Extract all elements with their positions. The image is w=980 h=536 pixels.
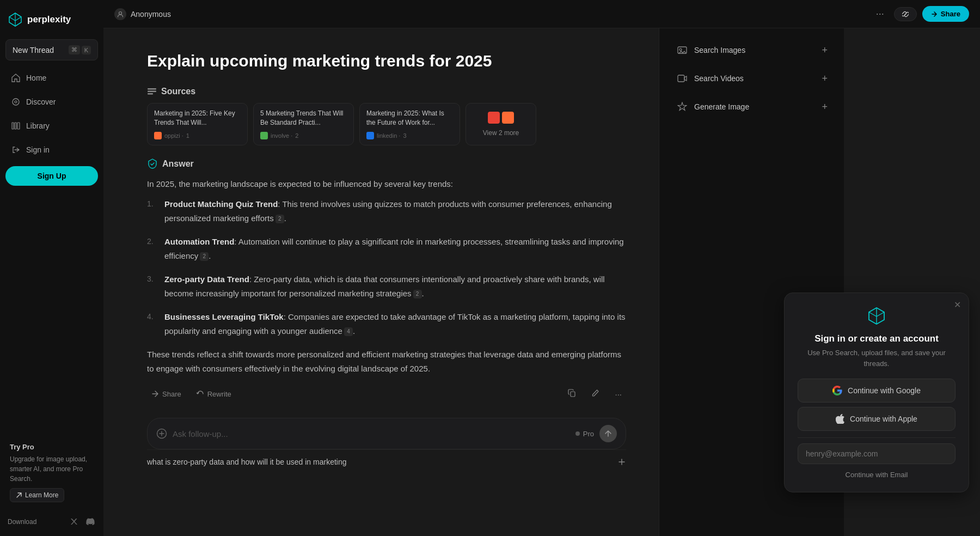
list-item-1: 1. Product Matching Quiz Trend: This tre…: [147, 197, 626, 225]
rewrite-button[interactable]: Rewrite: [192, 387, 236, 401]
continue-google-button[interactable]: Continue with Google: [798, 379, 955, 403]
citation-4[interactable]: 4: [344, 327, 353, 336]
download-label[interactable]: Download: [8, 518, 36, 526]
source-card-1[interactable]: Marketing in 2025: Five Key Trends That …: [147, 103, 248, 145]
copy-button[interactable]: [564, 386, 580, 401]
svg-rect-13: [678, 75, 684, 82]
link-icon: [902, 11, 909, 17]
continue-email-button[interactable]: Continue with Email: [798, 468, 955, 481]
source-card-3[interactable]: Marketing in 2025: What Is the Future of…: [359, 103, 460, 145]
plus-circle-icon: [156, 428, 167, 439]
search-videos-icon: [676, 72, 689, 85]
svg-point-12: [679, 48, 682, 51]
svg-rect-7: [148, 91, 156, 93]
list-content-1: Product Matching Quiz Trend: This trend …: [164, 197, 626, 225]
copy-icon: [568, 389, 576, 397]
answer-actions: Share Rewrite ···: [147, 386, 626, 401]
link-button[interactable]: [894, 7, 917, 21]
sidebar-item-library[interactable]: Library: [5, 116, 98, 136]
source-favicon-3: [366, 132, 374, 139]
kbd-k: K: [82, 46, 91, 54]
rewrite-icon: [197, 390, 204, 398]
answer-conclusion: These trends reflect a shift towards mor…: [147, 348, 626, 375]
source-num-1: 1: [186, 132, 189, 139]
view-more-text: View 2 more: [483, 129, 519, 137]
list-item-4: 4. Businesses Leveraging TikTok: Compani…: [147, 310, 626, 338]
sidebar-item-discover[interactable]: Discover: [5, 92, 98, 112]
share-icon: [931, 11, 938, 17]
followup-input-container: Pro: [147, 418, 626, 449]
more-options-button[interactable]: ···: [872, 6, 889, 22]
submit-button[interactable]: [599, 425, 617, 442]
more-answer-button[interactable]: ···: [610, 387, 626, 401]
continue-apple-label: Continue with Apple: [850, 415, 917, 423]
library-label: Library: [26, 121, 50, 130]
share-answer-icon: [151, 390, 159, 398]
list-content-4: Businesses Leveraging TikTok: Companies …: [164, 310, 626, 338]
signup-button[interactable]: Sign Up: [5, 166, 98, 186]
try-pro-desc: Upgrade for image upload, smarter AI, an…: [10, 454, 94, 484]
source-name-3: linkedin ·: [377, 132, 400, 139]
topbar-actions: ··· Share: [872, 6, 969, 22]
search-images-action[interactable]: Search Images +: [668, 37, 835, 63]
sources-section: Sources Marketing in 2025: Five Key Tren…: [147, 87, 626, 145]
home-icon: [11, 73, 21, 83]
view-more-card[interactable]: View 2 more: [465, 103, 536, 145]
x-icon[interactable]: [69, 516, 79, 527]
sources-icon: [147, 87, 157, 96]
citation-3[interactable]: 2: [413, 290, 422, 299]
google-icon: [832, 386, 842, 395]
followup-input[interactable]: [173, 429, 570, 438]
followup-add-button[interactable]: [156, 428, 167, 439]
email-input[interactable]: [806, 449, 947, 458]
search-videos-plus: +: [822, 73, 828, 84]
search-images-label: Search Images: [694, 46, 745, 54]
discover-icon: [11, 97, 21, 107]
source-card-2[interactable]: 5 Marketing Trends That Will Be Standard…: [253, 103, 354, 145]
learn-more-label: Learn More: [25, 491, 58, 499]
pro-toggle: Pro: [575, 430, 594, 438]
followup-area: Pro what is zero-party data and how will…: [147, 418, 626, 474]
list-num-4: 4.: [147, 310, 158, 338]
answer-icon: [147, 159, 158, 169]
search-images-plus: +: [822, 45, 828, 56]
email-input-row: [798, 443, 955, 464]
popup-logo: [798, 306, 955, 326]
source-num-3: 3: [403, 132, 406, 139]
learn-more-button[interactable]: Learn More: [10, 488, 64, 502]
source-num-2: 2: [295, 132, 298, 139]
continue-apple-button[interactable]: Continue with Apple: [798, 407, 955, 431]
sources-grid: Marketing in 2025: Five Key Trends That …: [147, 103, 626, 145]
try-pro-title: Try Pro: [10, 442, 94, 453]
generate-image-action[interactable]: Generate Image +: [668, 94, 835, 120]
search-videos-label: Search Videos: [694, 74, 744, 83]
popup-logo-icon: [867, 306, 886, 326]
related-question[interactable]: what is zero-party data and how will it …: [147, 449, 626, 474]
citation-2[interactable]: 2: [200, 252, 209, 261]
share-answer-button[interactable]: Share: [147, 387, 186, 401]
generate-image-plus: +: [822, 101, 828, 113]
discord-icon[interactable]: [85, 516, 96, 527]
popup-close-button[interactable]: ✕: [954, 300, 961, 310]
svg-rect-9: [571, 392, 575, 397]
signin-popup: ✕ Sign in or create an account Use Pro S…: [784, 293, 969, 492]
logo-area: perplexity: [5, 9, 98, 35]
list-bold-2: Automation Trend: [164, 237, 234, 246]
svg-point-5: [119, 11, 122, 14]
edit-button[interactable]: [587, 386, 604, 401]
search-videos-action[interactable]: Search Videos +: [668, 65, 835, 92]
new-thread-button[interactable]: New Thread ⌘ K: [5, 39, 98, 60]
share-button[interactable]: Share: [922, 6, 969, 22]
citation-1[interactable]: 2: [275, 215, 284, 223]
source-title-1: Marketing in 2025: Five Key Trends That …: [154, 109, 241, 127]
list-bold-4: Businesses Leveraging TikTok: [164, 312, 284, 321]
popup-subtitle: Use Pro Search, upload files, and save y…: [798, 348, 955, 369]
generate-image-icon: [676, 100, 689, 113]
sidebar-item-signin[interactable]: Sign in: [5, 140, 98, 160]
svg-rect-8: [148, 93, 153, 95]
perplexity-logo-icon: [8, 12, 23, 27]
anon-badge: Anonymous: [114, 8, 865, 20]
social-icons: [69, 516, 96, 527]
list-num-3: 3.: [147, 272, 158, 300]
sidebar-item-home[interactable]: Home: [5, 68, 98, 88]
